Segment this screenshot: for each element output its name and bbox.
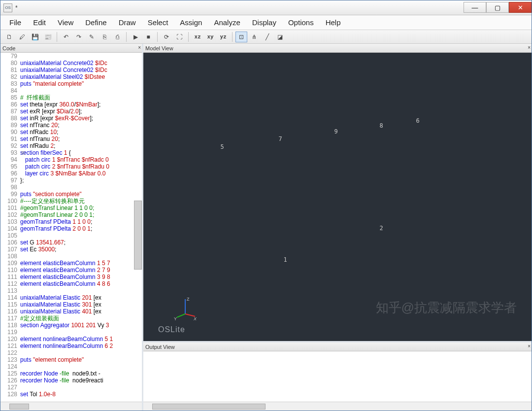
extrude-mode-icon[interactable]: ◪ [274, 32, 286, 42]
code-line[interactable]: 91set nfTranu 20; [0, 136, 142, 142]
code-line[interactable]: 89set nfTranc 20; [0, 122, 142, 129]
code-line[interactable]: 107set Ec 35000; [0, 246, 142, 253]
new-icon[interactable]: 🗋 [3, 32, 15, 42]
line-mode-icon[interactable]: ╱ [261, 32, 273, 42]
code-line[interactable]: 119 [0, 329, 142, 336]
code-line[interactable]: ⊟93section fiberSec 1 { [0, 149, 142, 156]
menu-display[interactable]: Display [246, 16, 282, 29]
code-line[interactable]: 117#定义组装截面 [0, 315, 142, 322]
model-view[interactable]: 5798612 Z X Y OSLite 知乎@抗震减隔震求学者 [143, 53, 532, 342]
code-line[interactable]: 88set inR [expr $exR-$Cover]; [0, 115, 142, 122]
open-icon[interactable]: 🖊 [16, 32, 28, 42]
close-icon[interactable]: × [528, 343, 531, 349]
code-line[interactable]: 96 layer circ 3 $NmBar $Albar 0.0 [0, 170, 142, 177]
code-line[interactable]: 108 [0, 253, 142, 260]
minimize-button[interactable]: — [464, 2, 486, 13]
erase-icon[interactable]: ✎ [86, 32, 98, 42]
code-line[interactable]: 94 patch circ 1 $nfTranc $nfRadc 0 [0, 156, 142, 163]
menu-define[interactable]: Define [79, 16, 112, 29]
menu-assign[interactable]: Assign [174, 16, 208, 29]
menu-analyze[interactable]: Analyze [208, 16, 246, 29]
code-line[interactable]: 100#----定义坐标转换和单元 [0, 198, 142, 205]
code-line[interactable]: 105 [0, 232, 142, 239]
code-line[interactable]: 111element elasticBeamColumn 3 9 8 [0, 274, 142, 280]
code-line[interactable]: 95 patch circ 2 $nfTranu $nfRadu 0 [0, 163, 142, 170]
scrollbar-thumb[interactable] [152, 404, 266, 410]
menu-draw[interactable]: Draw [113, 16, 142, 29]
output-body[interactable] [143, 351, 532, 402]
fit-icon[interactable]: ⛶ [173, 32, 185, 42]
refresh-icon[interactable]: ⟳ [161, 32, 172, 42]
view-xz-button[interactable]: xz [192, 32, 203, 42]
menu-options[interactable]: Options [282, 16, 320, 29]
frame-mode-icon[interactable]: ⋔ [248, 32, 260, 42]
code-line[interactable]: 79 [0, 53, 142, 60]
undo-icon[interactable]: ↶ [60, 32, 72, 42]
code-line[interactable]: 87set exR [expr $Dia/2.0]; [0, 108, 142, 115]
line-number: 108 [0, 253, 20, 260]
code-line[interactable]: 106set G 13541.667; [0, 239, 142, 246]
code-line[interactable]: 120element nonlinearBeamColumn 5 1 [0, 336, 142, 342]
code-line[interactable]: 115uniaxialMaterial Elastic 301 [ex [0, 301, 142, 308]
node-mode-icon[interactable]: ⊡ [235, 32, 247, 42]
paste-icon[interactable]: ⎙ [111, 32, 123, 42]
code-line[interactable]: 86set theta [expr 360.0/$NmBar]; [0, 101, 142, 108]
menu-view[interactable]: View [52, 16, 79, 29]
save-icon[interactable]: 💾 [29, 32, 41, 42]
code-line[interactable]: 124 [0, 363, 142, 370]
run-icon[interactable]: ▶ [130, 32, 141, 42]
window-controls: — ▢ ✕ [464, 2, 532, 13]
maximize-button[interactable]: ▢ [486, 2, 509, 13]
redo-icon[interactable]: ↷ [73, 32, 85, 42]
menu-select[interactable]: Select [142, 16, 174, 29]
code-line[interactable]: 118section Aggregator 1001 201 Vy 3 [0, 322, 142, 329]
code-line[interactable]: 101#geomTransf Linear 1 1 0 0; [0, 205, 142, 211]
horizontal-scrollbar[interactable] [0, 402, 142, 411]
code-line[interactable]: 102#geomTransf Linear 2 0 0 1; [0, 211, 142, 218]
code-line[interactable]: 114uniaxialMaterial Elastic 201 [ex [0, 294, 142, 301]
code-line[interactable]: 80uniaxialMaterial Concrete02 $IDc [0, 60, 142, 67]
code-line[interactable]: 98 [0, 184, 142, 191]
code-line[interactable]: 99puts "section complete" [0, 191, 142, 198]
copy-icon[interactable]: ⎘ [99, 32, 110, 42]
code-line[interactable]: 121element nonlinearBeamColumn 6 2 [0, 342, 142, 349]
code-line[interactable]: 97}; [0, 177, 142, 184]
code-line[interactable]: 125recorder Node -file node9.txt - [0, 370, 142, 377]
close-icon[interactable]: × [528, 45, 531, 50]
code-line[interactable]: 104geomTransf PDelta 2 0 0 1; [0, 225, 142, 232]
code-line[interactable]: 126recorder Node -file node9reacti [0, 377, 142, 384]
code-line[interactable]: 112element elasticBeamColumn 4 8 6 [0, 280, 142, 287]
close-button[interactable]: ✕ [509, 2, 532, 13]
code-line[interactable]: 81uniaxialMaterial Concrete02 $IDc [0, 67, 142, 73]
code-line[interactable]: 109element elasticBeamColumn 1 5 7 [0, 260, 142, 267]
code-line[interactable]: 123puts "element complete" [0, 356, 142, 363]
code-line[interactable]: 83puts "material complete" [0, 80, 142, 87]
menu-file[interactable]: File [3, 16, 27, 29]
code-line[interactable]: 110element elasticBeamColumn 2 7 9 [0, 267, 142, 274]
line-number: 79 [0, 53, 20, 60]
code-line[interactable]: 84 [0, 87, 142, 94]
model-view-header: Model View × [143, 44, 532, 53]
menu-edit[interactable]: Edit [27, 16, 52, 29]
code-line[interactable]: 116uniaxialMaterial Elastic 401 [ex [0, 308, 142, 315]
code-text: recorder Node -file node9.txt - [20, 370, 142, 377]
view-xy-button[interactable]: xy [204, 32, 216, 42]
code-line[interactable]: 128set Tol 1.0e-8 [0, 391, 142, 398]
code-line[interactable]: 92set nfRadu 2; [0, 142, 142, 149]
code-line[interactable]: 90set nfRadc 10; [0, 129, 142, 136]
view-yz-button[interactable]: yz [217, 32, 229, 42]
stop-icon[interactable]: ■ [142, 32, 154, 42]
code-line[interactable]: 122 [0, 349, 142, 356]
vertical-scrollbar[interactable] [134, 201, 142, 270]
saveas-icon[interactable]: 📰 [42, 32, 54, 42]
code-editor[interactable]: 7980uniaxialMaterial Concrete02 $IDc81un… [0, 53, 142, 402]
code-line[interactable]: 113 [0, 287, 142, 294]
code-line[interactable]: 127 [0, 384, 142, 391]
scrollbar-thumb[interactable] [9, 404, 29, 410]
code-line[interactable]: 103geomTransf PDelta 1 1 0 0; [0, 218, 142, 225]
close-icon[interactable]: × [138, 45, 141, 50]
menu-help[interactable]: Help [320, 16, 347, 29]
horizontal-scrollbar[interactable] [143, 402, 532, 411]
code-line[interactable]: 85# 纤维截面 [0, 94, 142, 101]
code-line[interactable]: 82uniaxialMaterial Steel02 $IDstee [0, 73, 142, 80]
